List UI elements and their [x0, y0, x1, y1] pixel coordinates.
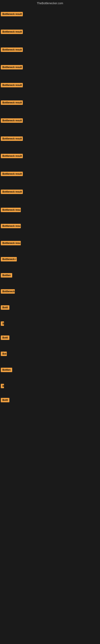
- bottleneck-result-item: Bottleneck resu: [1, 241, 21, 246]
- bottleneck-badge: Bottleneck resu: [1, 224, 21, 228]
- bottleneck-badge: Bottleneck resu: [1, 208, 21, 212]
- bottleneck-result-item: Bottleneck result: [1, 48, 23, 53]
- bottleneck-badge: Bottleneck: [1, 289, 15, 294]
- bottleneck-badge: Bottleneck result: [1, 83, 23, 87]
- bottleneck-result-item: Bottl: [1, 336, 9, 341]
- bottleneck-badge: B: [1, 322, 4, 326]
- bottleneck-result-item: B: [1, 322, 4, 327]
- bottleneck-badge: Bottlen: [1, 273, 12, 278]
- bottleneck-result-item: Bottleneck r: [1, 257, 17, 262]
- bottleneck-result-item: Bottleneck result: [1, 118, 23, 124]
- bottleneck-result-item: B: [1, 384, 4, 389]
- bottleneck-result-item: Bottleneck result: [1, 83, 23, 88]
- bottleneck-result-item: Bottleneck result: [1, 172, 23, 177]
- bottleneck-badge: Bottleneck result: [1, 12, 23, 16]
- bottleneck-result-item: Bottl: [1, 398, 9, 403]
- bottleneck-result-item: Bottleneck result: [1, 100, 23, 106]
- bottleneck-result-item: Bot: [1, 352, 7, 357]
- bottleneck-result-item: Bottleneck result: [1, 136, 23, 142]
- bottleneck-result-item: Bottl: [1, 305, 9, 310]
- bottleneck-badge: Bottleneck result: [1, 136, 23, 141]
- bottleneck-badge: Bottl: [1, 305, 9, 310]
- bottleneck-result-item: Bottleneck resu: [1, 208, 21, 213]
- bottleneck-result-item: Bottleneck result: [1, 190, 23, 195]
- bottleneck-badge: Bottlen: [1, 368, 12, 372]
- bottleneck-result-item: Bottleneck result: [1, 65, 23, 70]
- bottleneck-badge: Bottleneck result: [1, 118, 23, 123]
- bottleneck-badge: Bottleneck result: [1, 65, 23, 70]
- bottleneck-result-item: Bottleneck: [1, 289, 15, 294]
- bottleneck-badge: Bottleneck result: [1, 48, 23, 52]
- bottleneck-badge: Bottleneck r: [1, 257, 17, 262]
- bottleneck-result-item: Bottleneck resu: [1, 224, 21, 229]
- bottleneck-badge: Bottleneck result: [1, 100, 23, 105]
- bottleneck-badge: Bottl: [1, 398, 9, 402]
- bottleneck-badge: Bottleneck result: [1, 154, 23, 158]
- bottleneck-result-item: Bottlen: [1, 273, 12, 278]
- bottleneck-badge: B: [1, 384, 4, 388]
- bottleneck-badge: Bottleneck result: [1, 190, 23, 194]
- bottleneck-badge: Bot: [1, 352, 7, 356]
- bottleneck-badge: Bottl: [1, 336, 9, 340]
- bottleneck-result-item: Bottleneck result: [1, 12, 23, 17]
- bottleneck-result-item: Bottleneck result: [1, 154, 23, 159]
- bottleneck-badge: Bottleneck result: [1, 172, 23, 176]
- bottleneck-badge: Bottleneck result: [1, 30, 23, 34]
- bottleneck-result-item: Bottlen: [1, 368, 12, 373]
- bottleneck-result-item: Bottleneck result: [1, 30, 23, 35]
- results-container: Bottleneck resultBottleneck resultBottle…: [0, 6, 100, 644]
- bottleneck-badge: Bottleneck resu: [1, 241, 21, 245]
- site-title: TheBottlenecker.com: [0, 0, 100, 6]
